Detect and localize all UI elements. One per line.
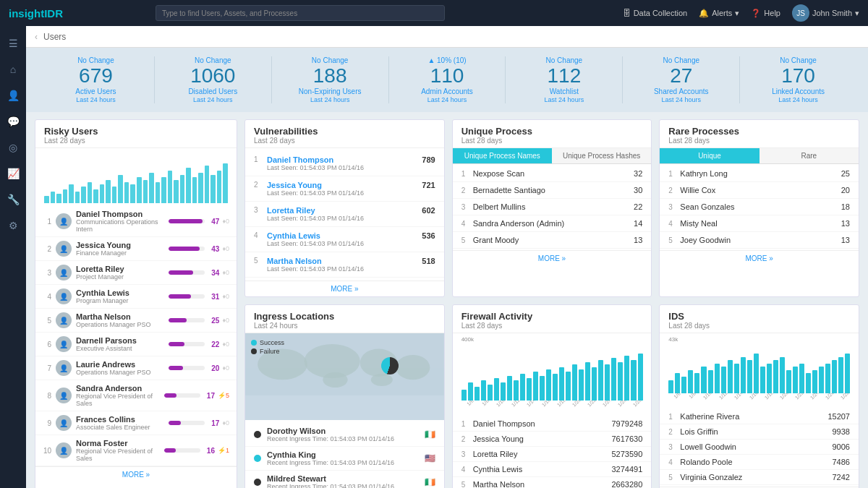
rare-process-tabs: UniqueRare [660, 148, 859, 164]
sidebar-item-menu[interactable]: ☰ [1, 32, 25, 55]
list-item[interactable]: 2 👤 Jessica Young Finance Manager 43 ♦0 [35, 237, 237, 261]
list-item[interactable]: 2 Jessica Young Last Seen: 01:54:03 PM 0… [245, 176, 444, 202]
sidebar-item-tools[interactable]: 🔧 [1, 188, 25, 211]
ingress-time: Recent Ingress Time: 01:54:03 PM 01/14/1… [267, 483, 419, 488]
stat-change: No Change [43, 56, 148, 64]
score-bar [164, 448, 176, 453]
chart-bar [106, 180, 111, 203]
list-item[interactable]: 10 👤 Norma Foster Regional Vice Presiden… [35, 435, 237, 466]
tab-rare-process-0[interactable]: Unique [660, 148, 759, 163]
firewall-list: 1 Daniel Thompson 7979248 2 Jessica Youn… [453, 415, 652, 488]
chart-bar [210, 175, 216, 203]
ingress-status-dot [254, 431, 261, 438]
list-item[interactable]: 7 👤 Laurie Andrews Operations Manager PS… [35, 356, 237, 380]
score-bar [169, 270, 193, 275]
database-icon: 🗄 [623, 9, 631, 17]
list-item[interactable]: 4 👤 Cynthia Lewis Program Manager 31 ♦0 [35, 285, 237, 309]
user-menu[interactable]: JS John Smith ▾ [792, 4, 859, 22]
chart-bar [63, 189, 68, 203]
rare-process-more[interactable]: MORE » [660, 250, 859, 266]
ids-count: 9938 [833, 427, 850, 436]
list-item[interactable]: 4 Cynthia Lewis Last Seen: 01:54:03 PM 0… [245, 227, 444, 252]
chart-bar [546, 369, 551, 401]
avatar: 👤 [56, 336, 72, 352]
list-item: 1 Kathryn Long 25 [660, 166, 859, 182]
ids-name: Lowell Goodwin [680, 442, 827, 451]
stat-card: ▲ 10% (10) 110 Admin AccountsLast 24 hou… [389, 56, 506, 103]
sidebar-item-targets[interactable]: ◎ [1, 136, 25, 159]
alerts-nav[interactable]: 🔔 Alerts ▾ [699, 9, 739, 18]
stat-value: 679 [43, 66, 148, 86]
help-nav[interactable]: ❓ Help [751, 9, 780, 18]
avatar: 👤 [56, 360, 72, 376]
chart-bar [130, 184, 135, 203]
chart-bar [812, 370, 817, 393]
list-item: 3 Delbert Mullins 22 [453, 199, 652, 215]
chart-bar [728, 360, 733, 393]
avatar: 👤 [56, 442, 72, 458]
unique-process-more[interactable]: MORE » [453, 250, 652, 266]
list-item: 1 Nexpose Scan 32 [453, 166, 652, 182]
flag-icon: 🇮🇪 [425, 477, 435, 487]
user-rank: 7 [43, 364, 51, 372]
tab-rare-process-1[interactable]: Rare [760, 148, 859, 163]
tab-unique-process-1[interactable]: Unique Process Hashes [552, 148, 651, 163]
score-bar [169, 342, 184, 346]
chart-bar [721, 367, 726, 393]
stat-label: Admin AccountsLast 24 hours [395, 87, 500, 103]
score-num: 34 [208, 269, 219, 277]
list-item[interactable]: 5 👤 Martha Nelson Operations Manager PSO… [35, 309, 237, 333]
unique-process-tabs: Unique Process NamesUnique Process Hashe… [453, 148, 652, 164]
list-item[interactable]: 5 Martha Nelson Last Seen: 01:54:03 PM 0… [245, 252, 444, 278]
ingress-title: Ingress Locations [254, 311, 435, 322]
list-item: 1 Daniel Thompson 7979248 [453, 416, 652, 432]
breadcrumb: ‹ Users [26, 26, 868, 48]
chart-bar [44, 196, 49, 203]
failure-legend-label: Failure [260, 348, 280, 355]
stat-card: No Change 679 Active UsersLast 24 hours [38, 56, 155, 103]
score-bar [164, 393, 176, 398]
fw-count: 3274491 [612, 465, 643, 474]
chevron-down-icon: ▾ [855, 9, 859, 18]
ids-panel: IDS Last 28 days 43k 1/61/81/101/121/141… [659, 304, 859, 488]
risky-users-more[interactable]: MORE » [35, 466, 237, 482]
score-num: 25 [208, 317, 219, 325]
process-count: 32 [634, 169, 642, 178]
stat-card: No Change 27 Shared AccountsLast 24 hour… [623, 56, 740, 103]
list-item: 2 Willie Cox 20 [660, 182, 859, 199]
search-bar[interactable]: Type to find Users, Assets, and Processe… [156, 5, 445, 21]
score-bar [169, 366, 183, 370]
user-role: Operations Manager PSO [76, 321, 164, 328]
list-item[interactable]: 6 👤 Darnell Parsons Executive Assistant … [35, 333, 237, 356]
list-item[interactable]: 3 Loretta Riley Last Seen: 01:54:03 PM 0… [245, 202, 444, 227]
list-item[interactable]: 9 👤 Frances Collins Associate Sales Engi… [35, 411, 237, 435]
ids-rank: 1 [668, 413, 676, 421]
sidebar-item-chat[interactable]: 💬 [1, 110, 25, 133]
chart-bar [747, 360, 752, 393]
sidebar-item-home[interactable]: ⌂ [1, 58, 25, 81]
user-rank: 9 [43, 419, 51, 427]
data-collection-nav[interactable]: 🗄 Data Collection [623, 9, 688, 17]
chart-bar [88, 182, 93, 203]
process-count: 13 [634, 236, 642, 244]
vuln-more[interactable]: MORE » [245, 281, 444, 296]
ingress-status-dot [254, 479, 261, 486]
risky-users-panel: Risky Users Last 28 days 1 👤 Daniel Thom… [35, 119, 237, 488]
list-item[interactable]: 1 Daniel Thompson Last Seen: 01:54:03 PM… [245, 151, 444, 176]
score-alert: ♦0 [222, 419, 229, 427]
list-item[interactable]: 3 👤 Loretta Riley Project Manager 34 ♦0 [35, 261, 237, 285]
list-item[interactable]: 1 👤 Daniel Thompson Communications Opera… [35, 206, 237, 237]
tab-unique-process-0[interactable]: Unique Process Names [453, 148, 552, 163]
list-item[interactable]: 8 👤 Sandra Anderson Regional Vice Presid… [35, 380, 237, 411]
search-placeholder: Type to find Users, Assets, and Processe… [162, 9, 297, 17]
sidebar-item-charts[interactable]: 📈 [1, 162, 25, 185]
axis-label: 1/28 [838, 393, 859, 408]
vuln-rank: 1 [254, 155, 261, 163]
fw-count: 7979248 [612, 419, 643, 428]
user-role: Regional Vice President of Sales [76, 393, 160, 407]
fw-count: 2663280 [612, 480, 643, 488]
user-rank: 10 [43, 447, 51, 455]
sidebar-item-users[interactable]: 👤 [1, 84, 25, 107]
ids-subtitle: Last 28 days [668, 322, 850, 330]
sidebar-item-settings[interactable]: ⚙ [1, 214, 25, 237]
